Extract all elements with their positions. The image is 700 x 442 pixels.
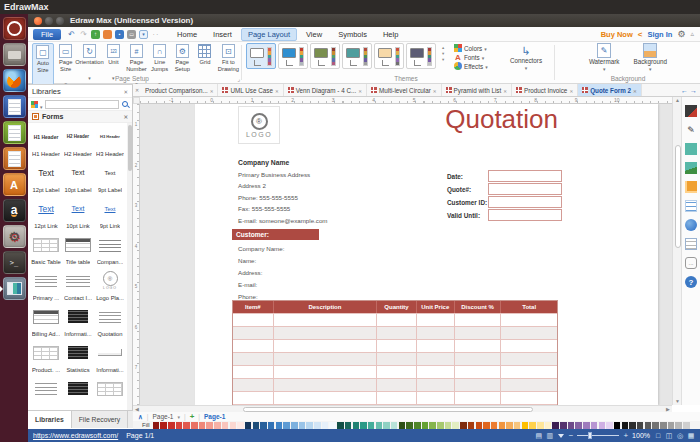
colors-button[interactable]: Colors <box>454 44 488 52</box>
fill-color-swatch[interactable] <box>214 422 221 429</box>
library-scrollbar[interactable] <box>127 123 132 411</box>
library-item[interactable]: Statistics <box>62 339 94 375</box>
fill-color-swatch[interactable] <box>230 422 237 429</box>
fill-color-swatch[interactable] <box>452 422 459 429</box>
launcher-firefox[interactable] <box>3 69 26 92</box>
tab-multi-level-circular[interactable]: Multi-level Circular <box>367 84 442 96</box>
fill-color-swatch[interactable] <box>599 422 606 429</box>
fill-color-swatch[interactable] <box>314 422 321 429</box>
fill-color-swatch[interactable] <box>322 422 329 429</box>
fill-color-swatch[interactable] <box>168 422 175 429</box>
close-tab-icon[interactable] <box>433 87 437 94</box>
menu-insert[interactable]: Insert <box>206 28 239 41</box>
zoom-out-button[interactable]: − <box>569 431 574 440</box>
fill-color-swatch[interactable] <box>160 422 167 429</box>
canvas-viewport[interactable]: ® LOGO Quotation Company Name Primary Bu… <box>140 104 672 405</box>
theme-scroll-up-icon[interactable]: ▴ <box>442 45 444 50</box>
window-maximize-button[interactable] <box>56 17 64 25</box>
theme-2[interactable] <box>278 43 308 69</box>
library-category-icon[interactable] <box>31 101 38 108</box>
fill-color-swatch[interactable] <box>206 422 213 429</box>
zoom-in-button[interactable]: + <box>623 431 628 440</box>
library-item[interactable]: Primary ... <box>30 267 62 303</box>
fill-color-swatch[interactable] <box>368 422 375 429</box>
theme-1[interactable] <box>246 43 276 69</box>
library-item[interactable]: Informati... <box>94 339 126 375</box>
fill-color-swatch[interactable] <box>237 422 244 429</box>
library-item[interactable]: Contact I... <box>62 267 94 303</box>
fill-color-swatch[interactable] <box>491 422 498 429</box>
fill-color-swatch[interactable] <box>506 422 513 429</box>
theme-4[interactable] <box>342 43 372 69</box>
fill-color-swatch[interactable] <box>637 422 644 429</box>
fill-color-swatch[interactable] <box>560 422 567 429</box>
library-item[interactable]: H1 Header H1 Header <box>30 123 62 159</box>
dropdown-caret-icon[interactable] <box>177 413 180 420</box>
page-menu[interactable]: Page-1 <box>152 413 173 420</box>
launcher-terminal[interactable] <box>3 251 26 274</box>
snapshot-button[interactable] <box>103 30 112 39</box>
fill-color-swatch[interactable] <box>383 422 390 429</box>
scrollbar-thumb[interactable] <box>243 407 533 412</box>
field-value-box[interactable] <box>488 196 562 208</box>
launcher-ubuntu-dash[interactable] <box>3 17 26 40</box>
tab-venn-diagram[interactable]: Venn Diagram - 4 C... <box>284 84 367 96</box>
file-menu-button[interactable]: File <box>33 29 61 40</box>
library-item[interactable] <box>30 375 62 411</box>
menu-home[interactable]: Home <box>170 28 204 41</box>
close-tab-icon[interactable] <box>503 87 507 94</box>
close-tab-icon[interactable] <box>210 87 214 94</box>
comment-tool[interactable] <box>685 257 697 269</box>
fill-color-swatch[interactable] <box>483 422 490 429</box>
help-tool[interactable] <box>685 276 697 288</box>
vertical-scrollbar[interactable]: ▲ ▼ <box>672 97 681 405</box>
fill-color-swatch[interactable] <box>537 422 544 429</box>
fill-color-swatch[interactable] <box>545 422 552 429</box>
company-block[interactable]: Company Name Primary Business AddressAdd… <box>238 159 328 226</box>
fill-color-swatch[interactable] <box>614 422 621 429</box>
fill-color-swatch[interactable] <box>153 422 160 429</box>
library-item[interactable]: Text 9pt Label <box>94 159 126 195</box>
menu-view[interactable]: View <box>299 28 329 41</box>
library-item[interactable]: Quotation <box>94 303 126 339</box>
close-section-icon[interactable] <box>123 113 128 120</box>
fill-color-swatch[interactable] <box>260 422 267 429</box>
undo-button[interactable] <box>67 30 76 39</box>
quote-table[interactable]: Item#DescriptionQuantityUnit PriceDiscou… <box>232 300 558 405</box>
library-search-input[interactable] <box>45 100 119 109</box>
window-close-button[interactable] <box>34 17 42 25</box>
zoom-slider-thumb[interactable] <box>588 432 592 439</box>
fill-color-swatch[interactable] <box>622 422 629 429</box>
fill-color-swatch[interactable] <box>299 422 306 429</box>
fill-color-swatch[interactable] <box>253 422 260 429</box>
launcher-amazon[interactable] <box>3 199 26 222</box>
library-item[interactable]: H2 Header H2 Header <box>62 123 94 159</box>
fill-color-swatch[interactable] <box>276 422 283 429</box>
zoom-slider[interactable] <box>577 435 619 437</box>
library-item[interactable]: Text 10pt Label <box>62 159 94 195</box>
style-tool[interactable] <box>685 143 697 155</box>
library-item[interactable]: Basic Table <box>30 231 62 267</box>
theme-format-tool[interactable] <box>685 105 697 117</box>
add-page-button[interactable]: + <box>190 412 195 421</box>
menu-page-layout[interactable]: Page Layout <box>241 28 297 41</box>
dialog-launcher-icon[interactable]: ⌟ <box>237 75 240 82</box>
close-tab-icon[interactable] <box>569 87 573 94</box>
customer-header-bar[interactable]: Customer: <box>232 229 319 240</box>
close-tab-icon[interactable] <box>633 87 637 94</box>
fill-color-swatch[interactable] <box>353 422 360 429</box>
tab-scroll-right-icon[interactable]: → <box>690 87 697 94</box>
fit-page-button[interactable] <box>654 432 662 440</box>
gallery-button[interactable] <box>139 30 148 39</box>
tab-product-invoice[interactable]: Product Invoice <box>512 84 578 96</box>
library-item[interactable]: Text 10pt Link <box>62 195 94 231</box>
search-icon[interactable] <box>121 100 129 108</box>
theme-5[interactable] <box>374 43 404 69</box>
library-item[interactable]: H3 Header H3 Header <box>94 123 126 159</box>
fill-color-swatch[interactable] <box>376 422 383 429</box>
share-icon[interactable]: < <box>638 30 643 39</box>
launcher-edraw-max[interactable] <box>3 277 26 300</box>
fill-color-swatch[interactable] <box>399 422 406 429</box>
field-value-box[interactable] <box>488 170 562 182</box>
scrollbar-thumb[interactable] <box>675 145 681 248</box>
